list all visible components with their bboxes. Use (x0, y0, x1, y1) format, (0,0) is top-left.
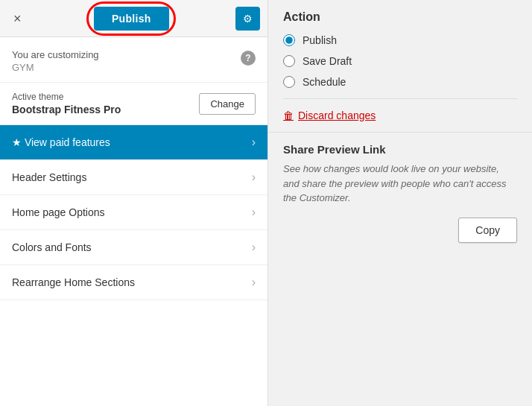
menu-item-label: Colors and Fonts (12, 241, 92, 253)
radio-save-draft-label: Save Draft (303, 55, 352, 67)
menu-item-view-paid-features[interactable]: ★ View paid features › (0, 125, 267, 160)
share-preview-title: Share Preview Link (283, 143, 517, 156)
radio-option-save-draft[interactable]: Save Draft (283, 55, 517, 67)
discard-section: 🗑 Discard changes (268, 110, 532, 132)
menu-items-list: ★ View paid features › Header Settings ›… (0, 125, 267, 406)
theme-info: Active theme Bootstrap Fitness Pro (12, 92, 121, 115)
radio-schedule[interactable] (283, 76, 295, 88)
discard-changes-button[interactable]: 🗑 Discard changes (283, 110, 376, 121)
close-button[interactable]: × (7, 9, 28, 28)
customizing-label: You are customizing (12, 49, 99, 60)
menu-item-label: Rearrange Home Sections (12, 276, 135, 288)
publish-wrapper: Publish (34, 7, 229, 31)
radio-option-publish[interactable]: Publish (283, 34, 517, 46)
share-preview-description: See how changes would look live on your … (283, 162, 517, 206)
copy-button[interactable]: Copy (458, 218, 517, 243)
theme-name: Bootstrap Fitness Pro (12, 104, 121, 115)
menu-item-colors-and-fonts[interactable]: Colors and Fonts › (0, 230, 267, 265)
action-radio-group: Publish Save Draft Schedule (283, 34, 517, 88)
action-title: Action (283, 10, 517, 24)
menu-item-rearrange-home-sections[interactable]: Rearrange Home Sections › (0, 265, 267, 300)
trash-icon: 🗑 (283, 110, 294, 121)
help-icon[interactable]: ? (241, 51, 256, 66)
copy-button-row: Copy (283, 218, 517, 243)
chevron-icon: › (252, 206, 256, 219)
radio-save-draft[interactable] (283, 55, 295, 67)
chevron-icon: › (252, 171, 256, 184)
discard-label: Discard changes (298, 110, 376, 121)
menu-item-home-page-options[interactable]: Home page Options › (0, 195, 267, 230)
radio-option-schedule[interactable]: Schedule (283, 76, 517, 88)
theme-section: Active theme Bootstrap Fitness Pro Chang… (0, 83, 267, 125)
publish-button[interactable]: Publish (94, 7, 169, 31)
radio-publish[interactable] (283, 34, 295, 46)
menu-item-label: Header Settings (12, 171, 86, 183)
top-bar: × Publish ⚙ (0, 0, 267, 37)
left-panel: × Publish ⚙ You are customizing GYM ? Ac… (0, 0, 268, 406)
menu-item-label: ★ View paid features (12, 136, 110, 148)
menu-item-header-settings[interactable]: Header Settings › (0, 160, 267, 195)
theme-label: Active theme (12, 92, 121, 102)
divider (283, 98, 517, 99)
site-name: GYM (12, 62, 99, 73)
menu-item-label: Home page Options (12, 206, 105, 218)
chevron-icon: › (252, 276, 256, 289)
customizing-info: You are customizing GYM (12, 49, 99, 73)
change-theme-button[interactable]: Change (199, 93, 256, 115)
right-panel: Action Publish Save Draft Schedule 🗑 Dis… (268, 0, 532, 406)
chevron-icon: › (252, 241, 256, 254)
customizing-section: You are customizing GYM ? (0, 37, 267, 83)
share-preview-section: Share Preview Link See how changes would… (268, 132, 532, 406)
action-section: Action Publish Save Draft Schedule (268, 0, 532, 110)
radio-publish-label: Publish (303, 34, 337, 46)
radio-schedule-label: Schedule (303, 76, 346, 88)
gear-button[interactable]: ⚙ (235, 7, 260, 31)
chevron-icon: › (252, 136, 256, 149)
